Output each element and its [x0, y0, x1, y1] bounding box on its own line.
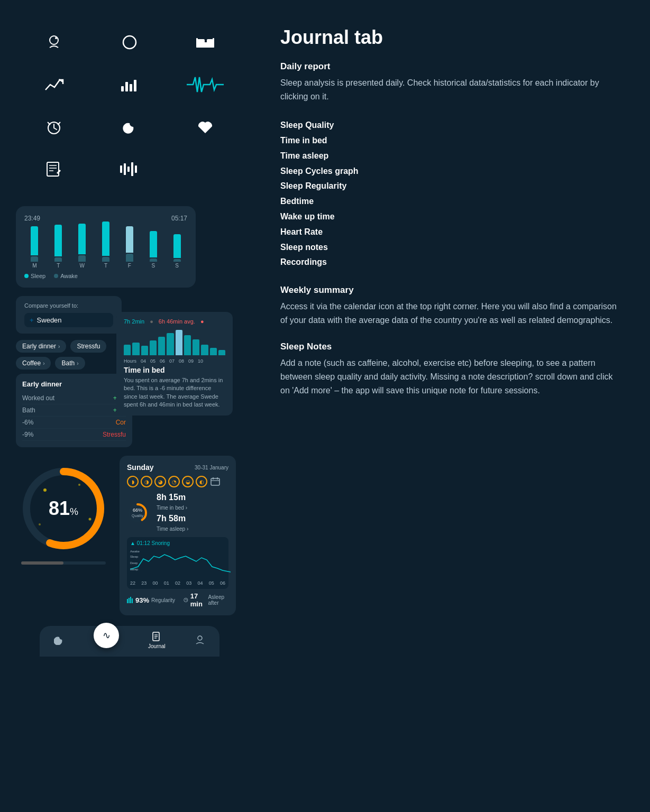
- note-row-2: Bath +8%: [22, 404, 126, 417]
- weekly-sleep-chart[interactable]: 23:49 05:17 M T W: [16, 206, 196, 288]
- svg-rect-23: [135, 165, 137, 173]
- quality-circle: 81%: [16, 461, 111, 556]
- sleep-bar: [150, 231, 157, 257]
- quality-val: 66%: [133, 508, 142, 513]
- sunday-date: 30-31 January: [195, 465, 228, 470]
- wave-pulse-icon[interactable]: [173, 69, 238, 100]
- right-panel: Journal tab Daily report Sleep analysis …: [259, 0, 650, 812]
- bar-sunday: S: [167, 234, 187, 269]
- popup-desc: You spent on average 7h and 2mins in bed…: [124, 376, 225, 409]
- feature-recordings[interactable]: Recordings: [280, 255, 624, 270]
- tag-coffee[interactable]: Coffee ›: [16, 357, 51, 370]
- awake-bar: [102, 257, 109, 262]
- moon-phase-3: ◕: [154, 476, 166, 487]
- quality-sunday-row: 81% Sunday 30-31 January ◗ ◑ ◕: [16, 456, 243, 615]
- svg-text:Awake: Awake: [130, 550, 140, 553]
- chart-legend: Sleep Awake: [24, 273, 187, 279]
- time-asleep-val: 7h 58m: [157, 514, 186, 523]
- compare-flag: + Sweden: [24, 313, 113, 327]
- moon-phase-4: ◔: [168, 476, 180, 487]
- sound-bars-icon[interactable]: [97, 153, 162, 185]
- journal-note-title: Early dinner: [22, 380, 126, 388]
- calendar-icon[interactable]: [209, 476, 221, 487]
- moon-crescent-icon[interactable]: [97, 111, 162, 143]
- day-label: S: [151, 263, 155, 269]
- nav-item-moon[interactable]: [54, 634, 65, 647]
- svg-rect-41: [129, 598, 130, 603]
- day-label: T: [57, 263, 60, 269]
- baby-icon[interactable]: [21, 26, 86, 58]
- popup-title: Time in bed: [124, 366, 225, 374]
- weekly-bars: M T W T: [24, 226, 187, 269]
- sleep-quality-section[interactable]: 81%: [16, 456, 111, 615]
- tags-row[interactable]: Early dinner › Stressfu: [16, 340, 122, 353]
- note-value: Cor: [116, 419, 126, 426]
- note-row-1: Worked out +4%: [22, 392, 126, 404]
- tag-early-dinner[interactable]: Early dinner ›: [16, 340, 66, 353]
- mini-bar: [201, 345, 208, 355]
- mini-bars-chart: [124, 329, 225, 355]
- sleep-notes-section: Sleep Notes Add a note (such as caffeine…: [280, 342, 624, 397]
- mini-bar: [150, 340, 157, 355]
- time-in-bed-popup[interactable]: 7h 2min ● 6h 46min avg. ● Hours: [116, 312, 233, 416]
- alarm-clock-icon[interactable]: [21, 111, 86, 143]
- feature-heart-rate[interactable]: Heart Rate: [280, 225, 624, 240]
- mini-bar: [184, 335, 191, 355]
- mini-bar: [124, 345, 131, 355]
- circle-outline-icon[interactable]: [97, 26, 162, 58]
- nav-journal-button[interactable]: ∿: [94, 623, 119, 648]
- svg-text:Sleep: Sleep: [130, 568, 139, 571]
- feature-bedtime[interactable]: Bedtime: [280, 194, 624, 209]
- tag-bath[interactable]: Bath ›: [55, 357, 85, 370]
- nav-item-journal[interactable]: Journal: [148, 631, 166, 649]
- tag-arrow: ›: [43, 361, 44, 366]
- journal-notes-card[interactable]: Early dinner Worked out +4% Bath +8% -6%…: [16, 374, 132, 447]
- feature-time-asleep[interactable]: Time asleep: [280, 149, 624, 164]
- small-quality-circle: 66% Quality: [127, 502, 148, 523]
- tag-stressful[interactable]: Stressfu: [70, 340, 106, 353]
- sunday-card[interactable]: Sunday 30-31 January ◗ ◑ ◕ ◔ ◒ ◐: [120, 456, 236, 615]
- awake-bar: [31, 256, 38, 262]
- feature-sleep-quality[interactable]: Sleep Quality: [280, 118, 624, 133]
- chart-trend-icon[interactable]: [21, 69, 86, 100]
- day-label: S: [175, 263, 179, 269]
- note-value: Stressfu: [103, 431, 126, 438]
- nav-moon-icon: [54, 634, 65, 645]
- time-start: 23:49: [24, 215, 40, 222]
- journal-edit-icon[interactable]: [21, 153, 86, 185]
- asleep-after-val: 17 min: [190, 592, 206, 608]
- sleep-bar: [54, 225, 62, 256]
- mini-bar-highlight: [176, 330, 182, 355]
- moon-phase-1: ◗: [127, 476, 139, 487]
- feature-sleep-regularity[interactable]: Sleep Regularity: [280, 179, 624, 194]
- feature-time-in-bed[interactable]: Time in bed: [280, 133, 624, 149]
- feature-sleep-notes[interactable]: Sleep notes: [280, 240, 624, 255]
- svg-rect-11: [134, 80, 136, 91]
- feature-sleep-cycles[interactable]: Sleep Cycles graph: [280, 164, 624, 179]
- asleep-after-stat: 17 min Asleep after: [184, 592, 228, 608]
- compare-card[interactable]: Compare yourself to: + Sweden: [16, 296, 122, 334]
- quality-stat: 66% Quality: [127, 493, 148, 533]
- bars-chart-icon[interactable]: [97, 69, 162, 100]
- country-name: Sweden: [37, 316, 62, 324]
- note-row-3: -6% Cor: [22, 417, 126, 429]
- bed-icon[interactable]: [173, 26, 238, 58]
- hours-label-row: Hours 04 05 06 07 08 09 10: [124, 358, 225, 364]
- sleep-dot: [24, 274, 29, 278]
- daily-report-body: Sleep analysis is presented daily. Check…: [280, 76, 624, 103]
- nav-journal-label: Journal: [148, 643, 166, 649]
- note-row-4: -9% Stressfu: [22, 429, 126, 441]
- sunday-title: Sunday: [127, 463, 154, 472]
- tags-row-2[interactable]: Coffee › Bath ›: [16, 357, 122, 370]
- svg-rect-8: [121, 86, 124, 91]
- bar-monday: M: [24, 226, 45, 269]
- phone-stack: 23:49 05:17 M T W: [16, 206, 243, 657]
- day-label: T: [104, 263, 107, 269]
- tag-label: Coffee: [22, 359, 41, 367]
- nav-bar[interactable]: ∿ Journal: [40, 626, 219, 657]
- quality-sub-label: Quality: [132, 514, 143, 518]
- feature-wake-up-time[interactable]: Wake up time: [280, 209, 624, 225]
- svg-rect-21: [127, 167, 130, 172]
- nav-item-profile[interactable]: [195, 634, 205, 647]
- heart-icon[interactable]: [173, 111, 238, 143]
